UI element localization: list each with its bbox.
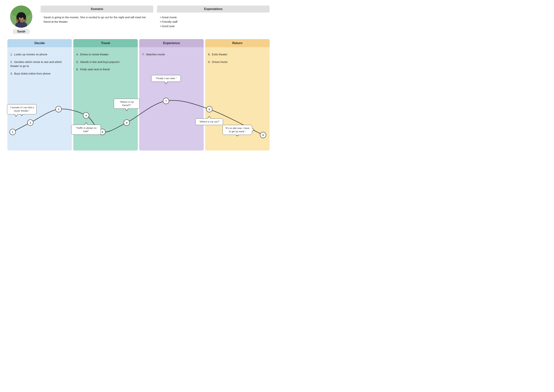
expectation-item-1: Great movie	[160, 15, 267, 20]
svg-rect-10	[19, 20, 20, 24]
svg-rect-9	[18, 19, 19, 23]
svg-point-7	[16, 14, 19, 20]
svg-point-14	[22, 18, 23, 18]
speech-bubble-8: "Where is my car?"	[195, 119, 223, 125]
expectation-item-2: Friendly staff	[160, 20, 267, 24]
persona-block: Sarah	[7, 6, 35, 34]
decide-steps: 1. Looks up movies on phone 2. Decides w…	[10, 50, 69, 76]
phase-header-decide: Decide	[7, 39, 72, 47]
return-steps: 8. Exits theater 9. Drives home	[208, 50, 267, 64]
top-section: Sarah Scenario Sarah is going to the mov…	[7, 6, 270, 34]
expectation-item-3: Good seat	[160, 24, 267, 28]
experience-steps: 7. Watches movie	[142, 50, 201, 57]
speech-bubble-6: "Where is my friend?!"	[114, 99, 140, 109]
expectations-list: Great movie Friendly staff Good seat	[160, 15, 267, 28]
step-7: 7. Watches movie	[142, 52, 201, 57]
step-4: 4. Drives to movie theater	[76, 52, 135, 57]
expectations-body: Great movie Friendly staff Good seat	[157, 13, 270, 31]
phases-header-row: Decide Travel Experience Return	[7, 39, 270, 47]
step-2: 2. Decides which movie to see and which …	[10, 60, 69, 68]
step-6: 6. Finds seat next to friend	[76, 67, 135, 72]
scenario-box: Scenario Sarah is going to the movies. S…	[41, 6, 153, 27]
speech-bubble-7: "Finally I can relax."	[151, 75, 181, 82]
info-boxes: Scenario Sarah is going to the movies. S…	[41, 6, 270, 31]
step-3: 3. Buys ticket online from phone	[10, 72, 69, 76]
persona-name: Sarah	[13, 29, 30, 34]
scenario-body: Sarah is going to the movies. She is exc…	[41, 13, 153, 27]
svg-point-13	[20, 18, 20, 18]
speech-bubble-4: "Traffic is always so bad!"	[71, 125, 101, 135]
step-1: 1. Looks up movies on phone	[10, 52, 69, 57]
speech-bubble-1: "I wonder if I can find a closer theater…	[7, 104, 36, 114]
travel-steps: 4. Drives to movie theater 5. Stands in …	[76, 50, 135, 72]
avatar	[10, 6, 32, 28]
expectations-box: Expectations Great movie Friendly staff …	[157, 6, 270, 31]
phase-header-experience: Experience	[139, 39, 204, 47]
step-9: 9. Drives home	[208, 60, 267, 64]
step-5: 5. Stands in line and buys popcorn	[76, 60, 135, 64]
phase-col-decide: 1. Looks up movies on phone 2. Decides w…	[7, 47, 72, 151]
scenario-header: Scenario	[41, 6, 153, 13]
step-8: 8. Exits theater	[208, 52, 267, 57]
speech-bubble-9: "It's so late now. I have to get up earl…	[223, 125, 252, 135]
svg-point-8	[23, 14, 26, 20]
phase-col-experience: 7. Watches movie	[139, 47, 204, 151]
expectations-header: Expectations	[157, 6, 270, 13]
main-journey-area: 1. Looks up movies on phone 2. Decides w…	[7, 47, 270, 151]
phase-header-return: Return	[205, 39, 270, 47]
phase-header-travel: Travel	[73, 39, 138, 47]
